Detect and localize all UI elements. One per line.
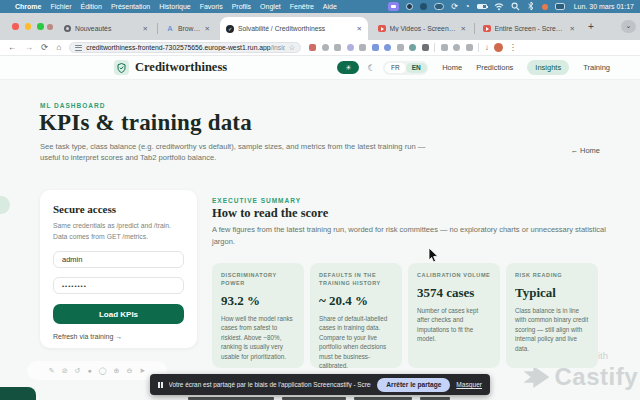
kpi-label: RISK READING — [515, 272, 589, 280]
tab-my-videos[interactable]: My Videos - Screencastify ✕ — [372, 17, 472, 40]
battery-icon[interactable] — [477, 4, 487, 9]
chrome-menu-icon[interactable]: ⋮ — [509, 43, 517, 52]
kpi-card-defaults: DEFAULTS IN THE TRAINING HISTORY ~ 20.4 … — [310, 263, 402, 368]
close-window-button[interactable] — [12, 23, 19, 30]
menu-chrome[interactable]: Chrome — [15, 3, 41, 10]
tab-nouveautes[interactable]: Nouveautés ✕ — [58, 17, 154, 40]
menu-onglet[interactable]: Onglet — [260, 3, 281, 10]
menu-profils[interactable]: Profils — [232, 3, 251, 10]
close-tab-icon[interactable]: ✕ — [205, 25, 210, 33]
search-icon[interactable] — [511, 2, 520, 12]
extension-icon[interactable] — [372, 44, 379, 51]
tab-creditworthiness-active[interactable]: ✓ Solvabilité / Creditworthiness ✕ — [220, 17, 368, 40]
tab-search-chevron-button[interactable]: ⌄ — [621, 20, 636, 33]
extension-icon[interactable] — [441, 44, 448, 51]
brand-name: Creditworthiness — [135, 60, 227, 75]
menu-favoris[interactable]: Favoris — [200, 3, 223, 10]
wifi-icon[interactable] — [494, 2, 504, 12]
tab-entire-screen[interactable]: Entire Screen - Screencastify ✕ — [477, 17, 581, 40]
user-circle-icon[interactable]: ◔ — [465, 2, 470, 11]
kpi-text: Share of default-labelled cases in train… — [319, 314, 393, 371]
sun-icon: ☀ — [345, 64, 351, 72]
extension-icon[interactable] — [409, 44, 416, 51]
hide-banner-link[interactable]: Masquer — [456, 381, 482, 388]
secure-access-title: Secure access — [53, 203, 184, 215]
close-tab-icon[interactable]: ✕ — [357, 25, 362, 33]
download-icon[interactable]: ↓ — [485, 43, 489, 52]
brand-block[interactable]: Creditworthiness — [114, 60, 227, 75]
extension-icon[interactable] — [322, 44, 329, 51]
moon-icon[interactable]: ☾ — [367, 63, 375, 73]
toolbar-separator — [478, 43, 479, 52]
minimize-window-button[interactable] — [25, 23, 32, 30]
extension-icon[interactable] — [309, 44, 316, 51]
dot-tool-icon[interactable]: ● — [87, 367, 91, 374]
back-button[interactable]: ← — [8, 43, 17, 52]
close-tab-icon[interactable]: ✕ — [570, 25, 575, 33]
tab-browser[interactable]: A Browser ✕ — [160, 17, 216, 40]
theme-light-toggle[interactable]: ☀ — [337, 61, 359, 74]
lang-en-button[interactable]: EN — [406, 63, 427, 73]
profile-avatar[interactable] — [494, 43, 503, 52]
undo-icon[interactable]: ↺ — [75, 367, 81, 374]
refresh-via-training-link[interactable]: Refresh via training → — [53, 333, 184, 340]
extension-icon[interactable] — [397, 44, 404, 51]
zoom-window-button[interactable] — [37, 23, 44, 30]
nav-training[interactable]: Training — [583, 63, 610, 72]
extension-icon[interactable] — [347, 44, 354, 51]
lang-fr-button[interactable]: FR — [385, 63, 406, 73]
menu-historique[interactable]: Historique — [159, 3, 191, 10]
menubar-clock[interactable]: Lun. 30 mars 01:17 — [574, 3, 634, 10]
menu-aide[interactable]: Aide — [323, 3, 337, 10]
gear-favicon-icon — [64, 25, 71, 32]
menu-edition[interactable]: Édition — [80, 3, 101, 10]
pen-icon[interactable]: ✎ — [49, 367, 55, 374]
password-field[interactable] — [53, 277, 184, 294]
screen-mirroring-icon[interactable] — [555, 3, 565, 10]
nav-insights-active[interactable]: Insights — [527, 60, 569, 75]
menu-presentation[interactable]: Présentation — [111, 3, 150, 10]
kpi-text: How well the model ranks cases from safe… — [221, 314, 295, 361]
shield-icon[interactable] — [406, 3, 413, 10]
extension-icon[interactable] — [466, 44, 473, 51]
forward-button[interactable]: → — [25, 43, 34, 52]
bluetooth-icon[interactable] — [527, 1, 535, 12]
nav-home[interactable]: Home — [442, 63, 462, 72]
pinned-tab-favicon[interactable] — [47, 24, 53, 30]
home-button[interactable]: ⌂ — [56, 43, 61, 52]
close-tab-icon[interactable]: ✕ — [143, 25, 148, 33]
site-info-icon[interactable] — [75, 45, 82, 51]
menubar-status-icons: ⟳ ◔ — [388, 1, 565, 12]
zoom-in-icon[interactable]: ⊕ — [114, 367, 120, 374]
username-field[interactable] — [53, 251, 184, 268]
pointer-icon[interactable]: ➤ — [139, 367, 145, 374]
nav-predictions[interactable]: Predictions — [476, 63, 513, 72]
circle-tool-icon[interactable]: ◯ — [99, 367, 107, 374]
display-switch-icon[interactable] — [434, 3, 444, 10]
notification-dot-icon[interactable] — [542, 4, 548, 10]
sync-icon[interactable]: ⟳ — [451, 2, 458, 11]
zoom-out-icon[interactable]: ⊖ — [126, 367, 132, 374]
kpi-value: 93.2 % — [221, 293, 295, 309]
stop-sharing-button[interactable]: Arrêter le partage — [377, 378, 450, 392]
eraser-icon[interactable]: ⊘ — [62, 367, 68, 374]
user-toggle-icon[interactable] — [420, 3, 427, 10]
extension-icon[interactable] — [334, 44, 341, 51]
secure-access-card: Secure access Same credentials as /predi… — [40, 190, 197, 348]
menu-fichier[interactable]: Fichier — [50, 3, 71, 10]
menu-fenetre[interactable]: Fenêtre — [290, 3, 314, 10]
screen-record-indicator-icon[interactable] — [388, 2, 399, 11]
close-tab-icon[interactable]: ✕ — [461, 25, 466, 33]
extension-icon[interactable] — [384, 44, 391, 51]
reload-button[interactable]: ⟳ — [41, 43, 48, 52]
new-tab-button[interactable]: + — [588, 21, 594, 32]
load-kpis-button[interactable]: Load KPIs — [53, 304, 184, 324]
address-bar[interactable]: creditworthiness-frontend-7302575656.eur… — [69, 42, 301, 53]
bookmark-star-icon[interactable]: ☆ — [289, 43, 296, 52]
kpi-value: ~ 20.4 % — [319, 293, 393, 309]
back-home-link[interactable]: ← Home — [570, 146, 600, 155]
extension-icon[interactable] — [359, 44, 366, 51]
brand-logo — [114, 60, 129, 75]
extension-icon[interactable] — [453, 44, 460, 51]
extension-icon[interactable] — [422, 44, 429, 51]
